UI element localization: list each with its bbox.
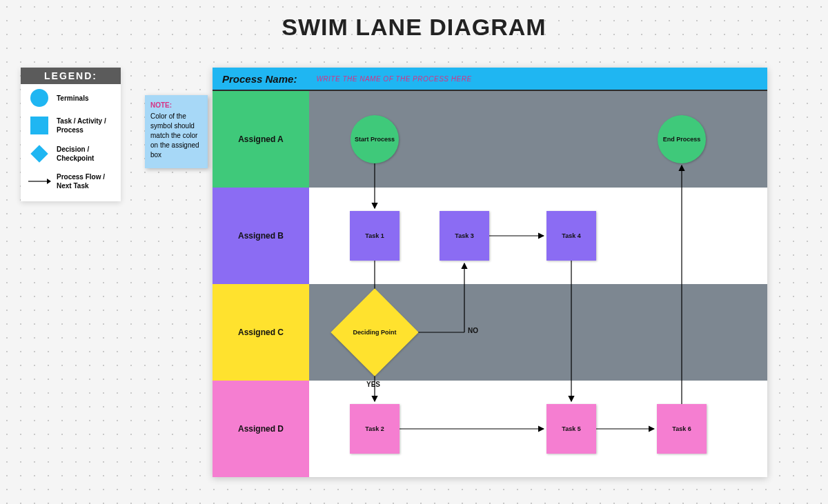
legend-item-terminal: Terminals xyxy=(21,84,121,112)
circle-icon xyxy=(26,88,52,108)
legend-item-label: Task / Activity / Process xyxy=(52,117,115,134)
task4-node[interactable]: Task 4 xyxy=(546,211,596,261)
task5-node[interactable]: Task 5 xyxy=(546,404,596,454)
arrow-icon xyxy=(26,177,52,185)
diamond-icon xyxy=(26,143,52,164)
process-name-bar: Process Name: WRITE THE NAME OF THE PROC… xyxy=(213,68,767,90)
task6-node[interactable]: Task 6 xyxy=(657,404,707,454)
legend-panel: LEGEND: Terminals Task / Activity / Proc… xyxy=(21,68,121,201)
svg-rect-1 xyxy=(30,117,48,134)
lanes: Assigned A Assigned B Assigned C Assigne… xyxy=(213,91,767,477)
start-terminal[interactable]: Start Process xyxy=(351,115,399,163)
legend-item-decision: Decision / Checkpoint xyxy=(21,139,121,168)
process-name-placeholder[interactable]: WRITE THE NAME OF THE PROCESS HERE xyxy=(316,75,471,83)
lane-d-label: Assigned D xyxy=(213,381,309,477)
legend-item-label: Terminals xyxy=(52,94,115,103)
legend-item-arrow: Process Flow / Next Task xyxy=(21,168,121,194)
square-icon xyxy=(26,116,52,135)
swimlane-container: Process Name: WRITE THE NAME OF THE PROC… xyxy=(213,68,767,477)
legend-item-task: Task / Activity / Process xyxy=(21,112,121,139)
lane-c-label: Assigned C xyxy=(213,284,309,381)
task3-node[interactable]: Task 3 xyxy=(440,211,489,261)
legend-header: LEGEND: xyxy=(21,68,121,84)
note-title: NOTE: xyxy=(150,101,202,110)
page-title: SWIM LANE DIAGRAM xyxy=(0,14,828,41)
note-box: NOTE: Color of the symbol should match t… xyxy=(145,95,208,168)
note-body: Color of the symbol should match the col… xyxy=(150,112,202,160)
svg-marker-4 xyxy=(47,179,51,184)
lane-b-label: Assigned B xyxy=(213,188,309,284)
decision-node[interactable]: Deciding Point xyxy=(344,301,406,363)
process-name-label: Process Name: xyxy=(222,73,297,85)
end-terminal[interactable]: End Process xyxy=(658,115,706,163)
task2-node[interactable]: Task 2 xyxy=(350,404,400,454)
legend-item-label: Process Flow / Next Task xyxy=(52,172,115,190)
svg-rect-2 xyxy=(30,145,48,162)
lane-a-label: Assigned A xyxy=(213,91,309,188)
legend-item-label: Decision / Checkpoint xyxy=(52,145,115,163)
task1-node[interactable]: Task 1 xyxy=(350,211,400,261)
svg-point-0 xyxy=(30,89,48,107)
lane-b: Assigned B xyxy=(213,188,767,284)
lane-c: Assigned C xyxy=(213,284,767,381)
